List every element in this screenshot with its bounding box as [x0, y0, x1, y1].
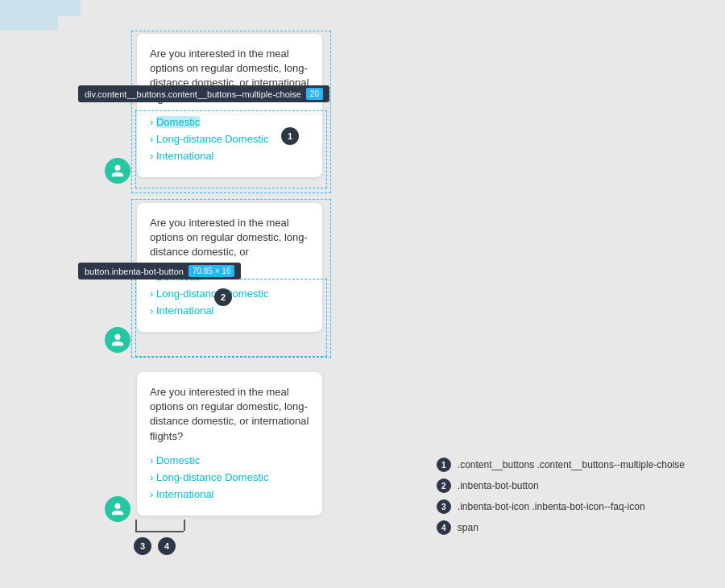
- badge-4: 4: [158, 537, 176, 555]
- legend-text-4: span: [458, 522, 478, 533]
- card-1-option-international[interactable]: International: [150, 147, 309, 164]
- legend-text-3: .inbenta-bot-icon .inbenta-bot-icon--faq…: [458, 501, 645, 512]
- card-2-question: Are you interested in the meal options o…: [150, 216, 309, 260]
- person-icon-1: [110, 164, 125, 178]
- chat-card-3: Are you interested in the meal options o…: [137, 372, 322, 516]
- avatar-1: [105, 158, 130, 184]
- card-3-question: Are you interested in the meal options o…: [150, 385, 309, 444]
- card-3-options: Domestic Long-distance Domestic Internat…: [150, 452, 309, 503]
- card-3-option-domestic[interactable]: Domestic: [150, 452, 309, 469]
- legend-badge-2: 2: [437, 478, 451, 493]
- legend-badge-3: 3: [437, 499, 451, 514]
- tooltip-2: button.inbenta-bot-button 70.85 × 16: [78, 263, 241, 280]
- person-icon-3: [110, 502, 125, 516]
- main-container: Are you interested in the meal options o…: [0, 0, 725, 588]
- avatar-3: [105, 496, 130, 522]
- tooltip-1-dim: 20: [306, 88, 323, 100]
- tooltip-1-label: div.content__buttons.content__buttons--m…: [85, 89, 301, 99]
- legend: 1 .content__buttons .content__buttons--m…: [437, 458, 685, 541]
- domestic-label: Domestic: [156, 116, 200, 128]
- card-3-option-international[interactable]: International: [150, 486, 309, 503]
- card-2-option-international[interactable]: International: [150, 302, 309, 319]
- tooltip-1: div.content__buttons.content__buttons--m…: [78, 85, 329, 102]
- badge-1: 1: [281, 127, 299, 145]
- bracket-left: [135, 520, 137, 531]
- legend-badge-4: 4: [437, 520, 451, 535]
- chat-card-1: Are you interested in the meal options o…: [137, 34, 322, 177]
- domestic-highlight-1: [0, 0, 81, 16]
- tooltip-2-label: button.inbenta-bot-button: [85, 267, 184, 276]
- domestic-highlight-2: [0, 16, 58, 31]
- legend-item-4: 4 span: [437, 520, 685, 535]
- badge-3: 3: [134, 537, 151, 555]
- badge-2: 2: [214, 288, 232, 306]
- legend-item-2: 2 .inbenta-bot-button: [437, 478, 685, 493]
- person-icon-2: [110, 333, 125, 347]
- avatar-2: [105, 327, 130, 353]
- card-3-option-long[interactable]: Long-distance Domestic: [150, 469, 309, 486]
- legend-text-2: .inbenta-bot-button: [458, 480, 539, 491]
- legend-item-1: 1 .content__buttons .content__buttons--m…: [437, 458, 685, 472]
- legend-badge-1: 1: [437, 458, 451, 472]
- legend-text-1: .content__buttons .content__buttons--mul…: [458, 459, 685, 470]
- bracket-right: [184, 520, 185, 531]
- bracket-line: [135, 531, 184, 532]
- legend-item-3: 3 .inbenta-bot-icon .inbenta-bot-icon--f…: [437, 499, 685, 514]
- tooltip-2-dim: 70.85 × 16: [188, 265, 235, 277]
